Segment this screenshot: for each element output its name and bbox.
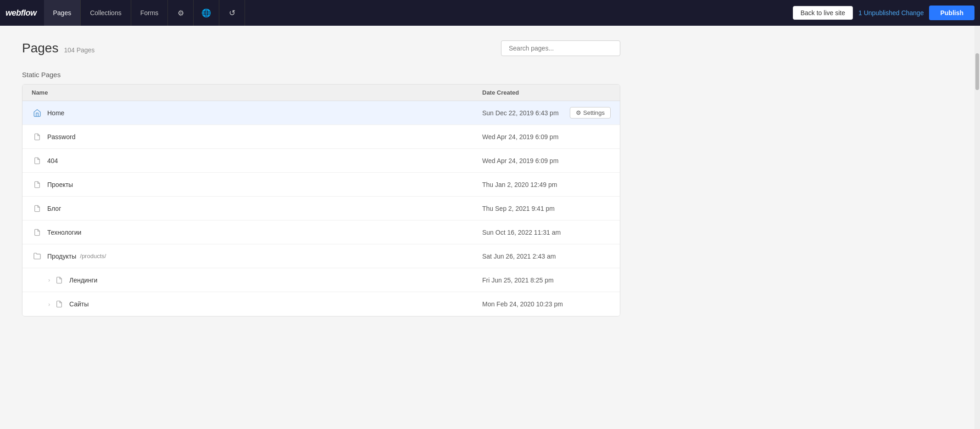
export-icon: ↺ [229, 8, 235, 18]
table-row[interactable]: Продукты /products/ Sat Jun 26, 2021 2:4… [22, 244, 620, 268]
nav-tab-pages[interactable]: Pages [44, 0, 81, 26]
row-name: Проекты [47, 181, 482, 188]
file-icon [32, 204, 43, 213]
row-name: Продукты /products/ [47, 253, 482, 260]
row-date: Fri Jun 25, 2021 8:25 pm [482, 277, 611, 284]
row-name: 404 [47, 157, 482, 164]
nav-tab-collections[interactable]: Collections [81, 0, 131, 26]
section-title: Static Pages [22, 71, 620, 79]
row-name: Home [47, 109, 482, 117]
navbar-right: Back to live site 1 Unpublished Change P… [793, 6, 974, 20]
file-icon [54, 276, 65, 284]
navbar: webflow Pages Collections Forms ⚙ 🌐 ↺ Ba… [0, 0, 980, 26]
table-row[interactable]: Проекты Thu Jan 2, 2020 12:49 pm [22, 173, 620, 197]
page-count: 104 Pages [64, 46, 95, 54]
globe-icon: 🌐 [201, 8, 211, 18]
row-date: Thu Sep 2, 2021 9:41 pm [482, 205, 611, 212]
unpublished-change-button[interactable]: 1 Unpublished Change [858, 9, 924, 17]
row-actions: ⚙ Settings [570, 107, 611, 119]
indent-marker: › [48, 301, 50, 308]
globe-tab[interactable]: 🌐 [194, 0, 219, 26]
file-icon [32, 133, 43, 141]
file-icon [32, 181, 43, 189]
scrollbar-track[interactable] [974, 26, 980, 331]
file-icon [54, 300, 65, 308]
row-name: Лендинги [69, 277, 482, 284]
static-pages-section: Static Pages Name Date Created Home Sun … [22, 71, 620, 316]
row-date: Wed Apr 24, 2019 6:09 pm [482, 157, 611, 164]
row-name: Технологии [47, 229, 482, 236]
publish-button[interactable]: Publish [929, 6, 974, 20]
row-name: Password [47, 133, 482, 141]
page-header: Pages 104 Pages [22, 40, 620, 56]
back-to-live-button[interactable]: Back to live site [793, 6, 853, 20]
table-row[interactable]: › Лендинги Fri Jun 25, 2021 8:25 pm [22, 268, 620, 292]
nav-tab-pages-label: Pages [53, 9, 72, 17]
nav-tab-forms[interactable]: Forms [131, 0, 168, 26]
settings-tab[interactable]: ⚙ [168, 0, 194, 26]
table-row[interactable]: Блог Thu Sep 2, 2021 9:41 pm [22, 197, 620, 220]
gear-icon: ⚙ [576, 109, 581, 116]
settings-icon: ⚙ [178, 9, 184, 17]
main-content: Pages 104 Pages Static Pages Name Date C… [0, 26, 642, 331]
table-row[interactable]: 404 Wed Apr 24, 2019 6:09 pm [22, 149, 620, 173]
nav-tab-collections-label: Collections [90, 9, 121, 17]
brand-logo[interactable]: webflow [6, 8, 37, 18]
settings-button[interactable]: ⚙ Settings [570, 107, 611, 119]
table-row[interactable]: Home Sun Dec 22, 2019 6:43 pm ⚙ Settings [22, 101, 620, 125]
col-name-header: Name [32, 89, 482, 96]
export-tab[interactable]: ↺ [219, 0, 245, 26]
table-row[interactable]: › Сайты Mon Feb 24, 2020 10:23 pm [22, 292, 620, 316]
folder-icon [32, 252, 43, 260]
indent-marker: › [48, 277, 50, 283]
row-date: Thu Jan 2, 2020 12:49 pm [482, 181, 611, 188]
scrollbar-thumb[interactable] [975, 53, 979, 90]
table-row[interactable]: Технологии Sun Oct 16, 2022 11:31 am [22, 220, 620, 244]
table-header: Name Date Created [22, 85, 620, 101]
col-date-header: Date Created [482, 89, 611, 96]
page-title-area: Pages 104 Pages [22, 41, 95, 56]
search-input[interactable] [501, 40, 620, 56]
nav-tab-forms-label: Forms [140, 9, 159, 17]
row-path: /products/ [80, 253, 106, 260]
row-name: Сайты [69, 300, 482, 308]
page-title: Pages [22, 41, 58, 56]
row-date: Sun Oct 16, 2022 11:31 am [482, 229, 611, 236]
file-icon [32, 228, 43, 237]
row-date: Mon Feb 24, 2020 10:23 pm [482, 300, 611, 308]
pages-table: Name Date Created Home Sun Dec 22, 2019 … [22, 84, 620, 316]
home-icon [32, 109, 43, 117]
row-name: Блог [47, 205, 482, 212]
row-date: Sat Jun 26, 2021 2:43 am [482, 253, 611, 260]
file-icon [32, 157, 43, 165]
table-row[interactable]: Password Wed Apr 24, 2019 6:09 pm [22, 125, 620, 149]
row-date: Wed Apr 24, 2019 6:09 pm [482, 133, 611, 141]
